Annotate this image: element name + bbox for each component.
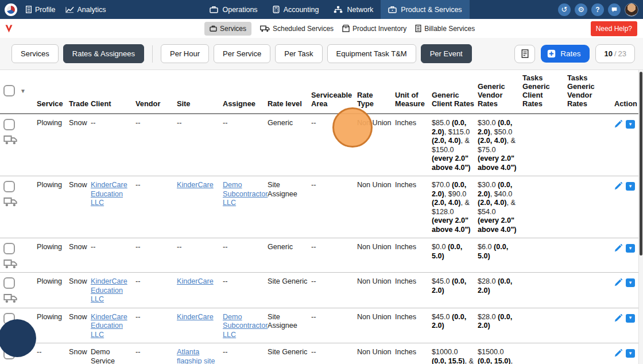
secondary-navigation-bar: Services Scheduled Services Product Inve… bbox=[0, 19, 643, 38]
table-row: PlowingSnow--------Generic--Non UnionInc… bbox=[0, 238, 638, 273]
row-menu-dropdown[interactable]: ▾ bbox=[626, 278, 635, 287]
row-checkbox[interactable] bbox=[3, 277, 15, 289]
nav-profile[interactable]: Profile bbox=[25, 6, 55, 14]
briefcase-icon bbox=[210, 6, 218, 13]
client-link[interactable]: KinderCare Education LLC bbox=[91, 181, 127, 207]
pagination-total: 23 bbox=[618, 49, 626, 58]
nav-analytics[interactable]: Analytics bbox=[65, 6, 106, 14]
column-header-site: Site bbox=[176, 70, 222, 114]
site-link[interactable]: KinderCare bbox=[177, 181, 214, 189]
need-help-button[interactable]: Need Help? bbox=[591, 21, 637, 36]
help-icon[interactable]: ? bbox=[591, 3, 604, 16]
row-menu-dropdown[interactable]: ▾ bbox=[626, 314, 635, 323]
cell-trade: Snow bbox=[68, 238, 90, 273]
tab-per-hour[interactable]: Per Hour bbox=[161, 44, 209, 63]
nav-operations[interactable]: Operations bbox=[202, 0, 265, 19]
vertical-scrollbar[interactable] bbox=[638, 70, 643, 364]
floating-chat-fab[interactable] bbox=[0, 319, 36, 357]
column-header-generic-client-rates: Generic Client Rates bbox=[431, 70, 477, 114]
nav-network[interactable]: Network bbox=[326, 0, 381, 19]
tab-per-task[interactable]: Per Task bbox=[275, 44, 322, 63]
tab-per-event[interactable]: Per Event bbox=[421, 44, 472, 63]
cell-rate-level: Generic bbox=[266, 238, 310, 273]
row-checkbox[interactable] bbox=[3, 243, 15, 254]
subnav-scheduled-services[interactable]: Scheduled Services bbox=[260, 25, 334, 33]
table-row: PlowingSnowKinderCare Education LLC--Kin… bbox=[0, 273, 638, 308]
cell-site: -- bbox=[176, 238, 222, 273]
cell-site: KinderCare bbox=[176, 176, 222, 238]
cell-assignee: -- bbox=[222, 114, 266, 176]
cell-serviceable-area: -- bbox=[310, 176, 356, 238]
edit-pencil-icon[interactable] bbox=[614, 120, 622, 128]
add-rates-button[interactable]: Rates bbox=[541, 45, 590, 63]
equipment-truck-icon bbox=[3, 197, 33, 207]
edit-pencil-icon[interactable] bbox=[614, 244, 622, 252]
assignee-link[interactable]: Demo Subcontractor LLC bbox=[223, 313, 268, 339]
app-logo[interactable] bbox=[5, 3, 17, 16]
cell-select bbox=[0, 238, 36, 273]
pagination[interactable]: 10/23 bbox=[595, 44, 635, 63]
cell-unit-of-measure: Inches bbox=[394, 238, 431, 273]
site-link[interactable]: KinderCare bbox=[177, 277, 214, 285]
edit-pencil-icon[interactable] bbox=[614, 314, 622, 322]
tab-rates-and-assignees[interactable]: Rates & Assignees bbox=[63, 44, 144, 63]
scrollbar-thumb[interactable] bbox=[640, 72, 642, 255]
cell-assignee: Demo Subcontractor LLC bbox=[222, 176, 266, 238]
edit-pencil-icon[interactable] bbox=[614, 182, 622, 190]
user-avatar[interactable] bbox=[625, 3, 638, 17]
cell-unit-of-measure: Inches bbox=[394, 114, 431, 176]
row-menu-dropdown[interactable]: ▾ bbox=[626, 349, 635, 358]
cell-unit-of-measure: Inches bbox=[394, 343, 431, 364]
site-link[interactable]: KinderCare bbox=[177, 313, 214, 321]
subnav-billable-services[interactable]: Billable Services bbox=[415, 25, 475, 33]
row-menu-dropdown[interactable]: ▾ bbox=[626, 120, 635, 129]
edit-pencil-icon[interactable] bbox=[614, 278, 622, 286]
cell-rate-level: Generic bbox=[266, 114, 310, 176]
column-header-service: Service bbox=[36, 70, 68, 114]
history-icon[interactable]: ↺ bbox=[558, 3, 571, 16]
chat-icon[interactable] bbox=[608, 3, 621, 16]
nav-accounting[interactable]: Accounting bbox=[265, 0, 327, 19]
cell-tasks-generic-client-rates bbox=[521, 343, 566, 364]
nav-product-and-services[interactable]: Product & Services bbox=[381, 0, 469, 19]
edit-pencil-icon[interactable] bbox=[614, 349, 622, 357]
subnav-product-inventory[interactable]: Product Inventory bbox=[342, 25, 406, 33]
column-header-generic-vendor-rates: Generic Vendor Rates bbox=[477, 70, 521, 114]
column-header-client: Client bbox=[90, 70, 134, 114]
assignee-link[interactable]: Demo Subcontractor LLC bbox=[223, 181, 268, 207]
table-row: PlowingSnowKinderCare Education LLC--Kin… bbox=[0, 308, 638, 343]
tab-equipment-task-tm[interactable]: Equipment Task T&M bbox=[327, 44, 416, 63]
cell-serviceable-area: -- bbox=[310, 273, 356, 308]
tab-services[interactable]: Services bbox=[11, 44, 59, 63]
cell-rate-type: Non Union bbox=[356, 343, 394, 364]
table-header-row: ▼ ServiceTradeClientVendorSiteAssigneeRa… bbox=[0, 70, 638, 114]
rates-table-body: PlowingSnow--------Generic--Non UnionInc… bbox=[0, 114, 638, 364]
toolbar-right-group: Rates 10/23 bbox=[514, 44, 635, 63]
client-link[interactable]: KinderCare Education LLC bbox=[91, 313, 127, 339]
cell-rate-type: Non Union bbox=[356, 273, 394, 308]
settings-gear-icon[interactable]: ⚙ bbox=[575, 3, 587, 16]
cell-action: ▾ bbox=[613, 176, 638, 238]
cell-trade: Snow bbox=[68, 308, 90, 343]
select-all-checkbox[interactable] bbox=[3, 85, 15, 96]
cell-action: ▾ bbox=[613, 308, 638, 343]
topbar-action-icons: ↺ ⚙ ? bbox=[558, 3, 643, 17]
row-menu-dropdown[interactable]: ▾ bbox=[626, 244, 635, 253]
row-checkbox[interactable] bbox=[3, 181, 15, 192]
tab-per-service[interactable]: Per Service bbox=[214, 44, 270, 63]
subnav-services[interactable]: Services bbox=[204, 22, 251, 36]
site-link[interactable]: Atlanta flagship site bbox=[177, 348, 215, 364]
cell-assignee: -- bbox=[222, 273, 266, 308]
export-button[interactable] bbox=[514, 45, 535, 63]
row-checkbox[interactable] bbox=[3, 119, 15, 130]
subnav-billable-services-label: Billable Services bbox=[424, 25, 475, 33]
cell-action: ▾ bbox=[613, 114, 638, 176]
filter-caret-icon[interactable]: ▼ bbox=[20, 87, 26, 95]
client-link[interactable]: KinderCare Education LLC bbox=[91, 277, 127, 303]
row-menu-dropdown[interactable]: ▾ bbox=[626, 182, 635, 191]
subnav-scheduled-services-label: Scheduled Services bbox=[273, 25, 334, 33]
nav-profile-label: Profile bbox=[35, 6, 55, 14]
cell-vendor: -- bbox=[134, 114, 176, 176]
profile-card-icon bbox=[25, 6, 32, 13]
cell-service: Plowing bbox=[36, 238, 68, 273]
